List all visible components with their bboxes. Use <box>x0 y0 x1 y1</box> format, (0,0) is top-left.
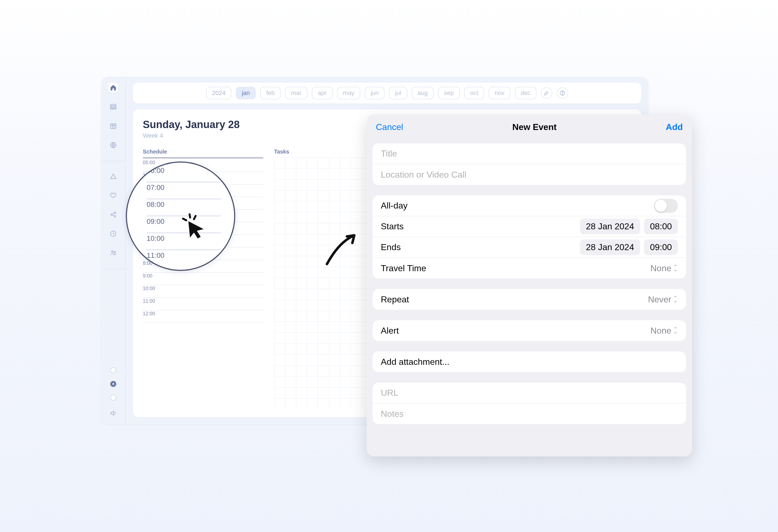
svg-line-12 <box>112 213 114 214</box>
nav-globe-icon[interactable] <box>108 140 118 150</box>
chevron-updown-icon: ⌃⌄ <box>673 297 678 302</box>
hour-row[interactable]: 11:00 <box>143 298 263 310</box>
url-placeholder: URL <box>381 388 398 398</box>
month-pill-apr[interactable]: apr <box>312 87 333 99</box>
allday-row: All-day <box>373 196 686 216</box>
allday-label: All-day <box>381 201 408 211</box>
notes-section: URL Notes <box>373 383 686 424</box>
starts-time-chip[interactable]: 08:00 <box>644 219 678 234</box>
alert-label: Alert <box>381 326 399 336</box>
month-pill-may[interactable]: may <box>337 87 361 99</box>
repeat-label: Repeat <box>381 295 409 305</box>
allday-toggle[interactable] <box>654 199 678 213</box>
travel-value: None <box>650 263 672 274</box>
status-dot-1[interactable] <box>110 367 116 373</box>
location-input[interactable]: Location or Video Call <box>373 164 686 185</box>
attachment-section: Add attachment... <box>373 352 686 372</box>
starts-row: Starts 28 Jan 2024 08:00 <box>373 216 686 237</box>
add-button[interactable]: Add <box>666 122 683 132</box>
edit-button[interactable] <box>541 87 552 99</box>
notes-placeholder: Notes <box>381 409 404 419</box>
month-pill-jan[interactable]: jan <box>236 87 256 99</box>
zoom-hour: 09:00 <box>147 216 221 233</box>
ends-row: Ends 28 Jan 2024 09:00 <box>373 237 686 258</box>
title-placeholder: Title <box>381 149 397 159</box>
svg-point-16 <box>114 251 115 253</box>
alert-row[interactable]: Alert None ⌃⌄ <box>373 320 686 341</box>
repeat-section: Repeat Never ⌃⌄ <box>373 289 686 310</box>
zoom-hour: 08:00 <box>147 199 221 216</box>
nav-history-icon[interactable] <box>108 229 118 239</box>
zoom-hour: 07:00 <box>147 182 221 199</box>
starts-label: Starts <box>381 221 404 232</box>
svg-line-13 <box>112 215 114 216</box>
attachment-label: Add attachment... <box>381 357 450 367</box>
month-nav: 2024 jan feb mar apr may jun jul aug sep… <box>133 83 641 103</box>
starts-date-chip[interactable]: 28 Jan 2024 <box>580 219 640 234</box>
nav-home-icon[interactable] <box>108 83 118 92</box>
alert-value: None <box>650 326 672 336</box>
nav-team-icon[interactable] <box>108 248 118 258</box>
nav-triangle-icon[interactable] <box>108 171 118 181</box>
hour-row[interactable]: 12:00 <box>143 310 263 323</box>
nav-calendar-icon[interactable] <box>108 121 118 131</box>
month-pill-feb[interactable]: feb <box>260 87 281 99</box>
sidebar <box>101 77 126 424</box>
month-pill-jul[interactable]: jul <box>389 87 407 99</box>
zoom-lens: 06:00 07:00 08:00 09:00 10:00 11:00 <box>126 161 235 271</box>
month-pill-jun[interactable]: jun <box>365 87 385 99</box>
svg-point-15 <box>111 251 113 252</box>
repeat-value: Never <box>648 295 671 305</box>
alert-section: Alert None ⌃⌄ <box>373 320 686 341</box>
status-dot-3[interactable] <box>110 395 116 401</box>
travel-label: Travel Time <box>381 263 426 274</box>
month-pill-nov[interactable]: nov <box>488 87 510 99</box>
ends-date-chip[interactable]: 28 Jan 2024 <box>580 239 640 255</box>
schedule-heading: Schedule <box>143 149 263 155</box>
month-pill-aug[interactable]: aug <box>412 87 434 99</box>
repeat-row[interactable]: Repeat Never ⌃⌄ <box>373 289 686 310</box>
title-section: Title Location or Video Call <box>373 143 686 185</box>
zoom-hour: 10:00 <box>147 233 221 250</box>
chevron-updown-icon: ⌃⌄ <box>673 266 678 271</box>
travel-row[interactable]: Travel Time None ⌃⌄ <box>373 258 686 279</box>
year-pill[interactable]: 2024 <box>206 87 231 99</box>
chevron-updown-icon: ⌃⌄ <box>673 328 678 333</box>
cancel-button[interactable]: Cancel <box>376 122 403 132</box>
nav-list-icon[interactable] <box>108 102 118 111</box>
nav-sound-icon[interactable] <box>108 408 118 418</box>
modal-title: New Event <box>513 122 557 132</box>
hour-row[interactable]: 10:00 <box>143 285 263 298</box>
attachment-row[interactable]: Add attachment... <box>373 352 686 372</box>
location-placeholder: Location or Video Call <box>381 170 466 180</box>
month-pill-oct[interactable]: oct <box>464 87 484 99</box>
month-pill-sep[interactable]: sep <box>438 87 460 99</box>
svg-point-18 <box>562 94 562 94</box>
month-pill-dec[interactable]: dec <box>515 87 536 99</box>
month-pill-mar[interactable]: mar <box>285 87 307 99</box>
nav-share-icon[interactable] <box>108 210 118 220</box>
hour-row[interactable]: 9:00 <box>143 273 263 285</box>
title-input[interactable]: Title <box>373 143 686 164</box>
ends-label: Ends <box>381 242 401 252</box>
notes-input[interactable]: Notes <box>373 403 686 424</box>
new-event-modal: Cancel New Event Add Title Location or V… <box>367 115 692 456</box>
modal-header: Cancel New Event Add <box>367 115 692 140</box>
status-dot-2[interactable] <box>110 381 116 387</box>
url-input[interactable]: URL <box>373 383 686 403</box>
nav-heart-icon[interactable] <box>108 191 118 200</box>
time-section: All-day Starts 28 Jan 2024 08:00 Ends 28… <box>373 196 686 279</box>
ends-time-chip[interactable]: 09:00 <box>644 239 678 255</box>
svg-rect-4 <box>110 124 116 128</box>
help-button[interactable] <box>557 87 568 99</box>
